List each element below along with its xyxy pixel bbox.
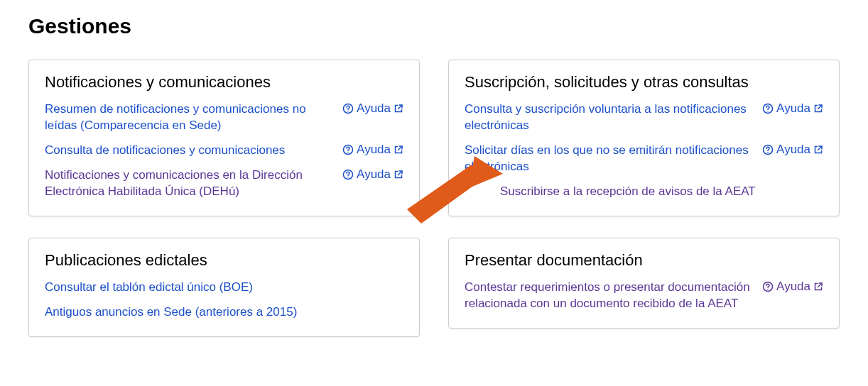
help-link[interactable]: Ayuda — [342, 143, 403, 157]
question-circle-icon — [762, 103, 774, 114]
external-link-icon — [813, 104, 823, 114]
list-item: Suscribirse a la recepción de avisos de … — [465, 184, 823, 200]
help-label: Ayuda — [357, 167, 391, 182]
svg-point-11 — [767, 288, 769, 290]
external-link-icon — [394, 104, 403, 114]
link-dehu[interactable]: Notificaciones y comunicaciones en la Di… — [45, 167, 334, 200]
help-link[interactable]: Ayuda — [342, 101, 403, 116]
cards-container: Notificaciones y comunicaciones Resumen … — [28, 60, 840, 337]
link-anuncios-antiguos[interactable]: Antiguos anuncios en Sede (anteriores a … — [45, 304, 403, 321]
help-link[interactable]: Ayuda — [762, 143, 823, 157]
link-resumen-notificaciones[interactable]: Resumen de notificaciones y comunicacion… — [45, 101, 334, 134]
card-title: Notificaciones y comunicaciones — [45, 73, 403, 92]
list-item: Contestar requerimientos o presentar doc… — [465, 280, 823, 312]
help-link[interactable]: Ayuda — [762, 101, 823, 116]
link-suscribirse-avisos[interactable]: Suscribirse a la recepción de avisos de … — [500, 184, 823, 200]
left-column: Notificaciones y comunicaciones Resumen … — [28, 60, 420, 337]
external-link-icon — [394, 145, 403, 155]
help-label: Ayuda — [776, 101, 810, 116]
list-item: Notificaciones y comunicaciones en la Di… — [45, 167, 403, 200]
svg-point-3 — [347, 152, 349, 153]
svg-point-5 — [347, 177, 349, 178]
card-title: Publicaciones edictales — [45, 251, 403, 270]
list-item: Antiguos anuncios en Sede (anteriores a … — [45, 304, 403, 321]
page-title: Gestiones — [28, 14, 840, 38]
question-circle-icon — [342, 144, 354, 155]
help-label: Ayuda — [776, 280, 810, 294]
svg-point-9 — [767, 152, 769, 153]
card-notificaciones: Notificaciones y comunicaciones Resumen … — [28, 60, 420, 216]
help-link[interactable]: Ayuda — [342, 167, 403, 182]
list-item: Resumen de notificaciones y comunicacion… — [45, 101, 403, 134]
link-suscripcion-voluntaria[interactable]: Consulta y suscripción voluntaria a las … — [465, 101, 754, 134]
question-circle-icon — [342, 103, 354, 114]
link-consulta-notificaciones[interactable]: Consulta de notificaciones y comunicacio… — [45, 143, 334, 159]
help-link[interactable]: Ayuda — [762, 280, 823, 294]
external-link-icon — [394, 170, 403, 180]
card-title: Presentar documentación — [465, 251, 823, 270]
question-circle-icon — [762, 144, 774, 155]
question-circle-icon — [762, 281, 774, 292]
right-column: Suscripción, solicitudes y otras consult… — [448, 60, 840, 337]
card-publicaciones: Publicaciones edictales Consultar el tab… — [28, 238, 420, 337]
help-label: Ayuda — [357, 143, 391, 157]
list-item: Consultar el tablón edictal único (BOE) — [45, 280, 403, 296]
link-contestar-requerimientos[interactable]: Contestar requerimientos o presentar doc… — [465, 280, 754, 312]
external-link-icon — [813, 145, 823, 155]
card-title: Suscripción, solicitudes y otras consult… — [465, 73, 823, 92]
link-solicitar-dias[interactable]: Solicitar días en los que no se emitirán… — [465, 143, 754, 175]
list-item: Consulta y suscripción voluntaria a las … — [465, 101, 823, 134]
help-label: Ayuda — [357, 101, 391, 116]
card-suscripcion: Suscripción, solicitudes y otras consult… — [448, 60, 840, 216]
list-item: Solicitar días en los que no se emitirán… — [465, 143, 823, 175]
question-circle-icon — [342, 169, 354, 180]
list-item: Consulta de notificaciones y comunicacio… — [45, 143, 403, 159]
external-link-icon — [813, 282, 823, 292]
svg-point-7 — [767, 111, 769, 112]
card-presentar: Presentar documentación Contestar requer… — [448, 238, 840, 329]
svg-point-1 — [347, 111, 349, 112]
help-label: Ayuda — [776, 143, 810, 157]
link-tablon-boe[interactable]: Consultar el tablón edictal único (BOE) — [45, 280, 403, 296]
